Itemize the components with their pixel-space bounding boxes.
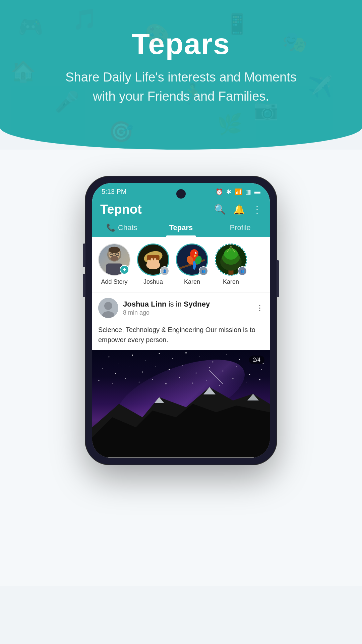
- story-add-label: Add Story: [101, 278, 127, 285]
- tab-tepars-label: Tepars: [169, 223, 193, 232]
- svg-point-35: [104, 302, 112, 310]
- image-counter: 2/4: [249, 356, 264, 364]
- svg-point-66: [112, 383, 113, 384]
- svg-point-42: [145, 360, 146, 361]
- phone-camera-notch: [176, 189, 186, 199]
- svg-point-64: [261, 369, 262, 370]
- svg-point-25: [193, 261, 196, 270]
- story-karen-2[interactable]: 👥 Karen: [214, 244, 248, 285]
- tab-bar: 📞 Chats Tepars Profile: [92, 217, 270, 237]
- post-user-text: Joshua Linn is in Sydney 8 min ago: [123, 300, 210, 316]
- svg-point-46: [199, 357, 200, 357]
- svg-point-41: [132, 355, 133, 356]
- status-time: 5:13 PM: [102, 188, 126, 196]
- post-content: Science, Technology & Engineering Our mi…: [92, 323, 270, 350]
- svg-point-65: [99, 380, 100, 381]
- svg-point-47: [213, 362, 214, 363]
- svg-point-13: [150, 258, 154, 266]
- phone-icon: 📞: [106, 223, 115, 232]
- post-location: Sydney: [184, 300, 210, 308]
- app-header: Tepnot 🔍 🔔 ⋮: [92, 198, 270, 217]
- svg-point-44: [172, 358, 173, 359]
- story-add-avatar-wrap: +: [98, 244, 130, 276]
- alarm-icon: ⏰: [216, 188, 223, 196]
- svg-point-63: [249, 374, 250, 375]
- svg-point-72: [192, 383, 193, 384]
- tab-profile-label: Profile: [230, 223, 251, 232]
- stories-row: + Add Story: [92, 237, 270, 292]
- post-header: Joshua Linn is in Sydney 8 min ago ⋮: [92, 292, 270, 323]
- svg-point-56: [156, 366, 156, 367]
- top-header: 🎮 🎵 🎨 📱 🎭 🏠 ✈️ 🎤 🏃 📷 🎯 🌿 Tepars Share Da…: [0, 0, 362, 150]
- tab-chats-label: Chats: [118, 223, 137, 232]
- app-title: Tepnot: [100, 202, 142, 217]
- volume-down-button: [83, 274, 85, 297]
- app-header-actions: 🔍 🔔 ⋮: [214, 204, 262, 215]
- battery-icon: ▬: [254, 188, 260, 195]
- story-joshua[interactable]: 👤 Joshua: [136, 244, 170, 285]
- post-user-info: Joshua Linn is in Sydney 8 min ago: [98, 298, 210, 318]
- svg-point-59: [196, 373, 197, 374]
- page-background: 5:13 PM ⏰ ✱ 📶 ▥ ▬ Tepnot 🔍 🔔 ⋮: [0, 150, 362, 586]
- tab-tepars[interactable]: Tepars: [152, 219, 211, 237]
- search-icon[interactable]: 🔍: [214, 204, 226, 215]
- svg-point-57: [169, 369, 170, 370]
- svg-point-24: [196, 252, 197, 253]
- svg-point-60: [209, 367, 210, 368]
- svg-point-43: [159, 353, 160, 354]
- svg-point-74: [219, 385, 220, 386]
- svg-point-70: [165, 383, 167, 384]
- status-icons: ⏰ ✱ 📶 ▥ ▬: [216, 188, 260, 196]
- svg-point-77: [259, 379, 260, 380]
- svg-point-15: [156, 260, 159, 266]
- story-karen2-badge: 👥: [238, 266, 247, 276]
- svg-point-75: [233, 378, 234, 379]
- post-card: Joshua Linn is in Sydney 8 min ago ⋮ Sci…: [92, 292, 270, 458]
- post-time: 8 min ago: [123, 309, 210, 316]
- app-brand-subtitle: Share Daily Life's interests and Moments…: [64, 68, 298, 106]
- story-add[interactable]: + Add Story: [98, 244, 131, 285]
- story-karen1-badge: 👥: [199, 266, 208, 276]
- story-joshua-label: Joshua: [143, 278, 163, 285]
- svg-point-71: [179, 377, 180, 378]
- svg-point-45: [185, 352, 187, 354]
- volume-up-button: [83, 244, 85, 267]
- post-avatar: [98, 298, 118, 318]
- svg-point-40: [119, 363, 119, 364]
- app-brand-title: Tepars: [13, 27, 349, 61]
- svg-point-52: [102, 368, 103, 369]
- svg-point-61: [223, 371, 224, 372]
- post-more-icon[interactable]: ⋮: [256, 303, 264, 313]
- add-story-plus-badge: +: [120, 265, 129, 274]
- bluetooth-icon: ✱: [226, 188, 231, 196]
- post-user-name-bold: Joshua Linn: [123, 300, 167, 308]
- story-karen2-avatar-wrap: 👥: [215, 244, 247, 276]
- post-user-name: Joshua Linn is in Sydney: [123, 300, 210, 309]
- svg-point-73: [206, 380, 206, 381]
- power-button: [277, 260, 279, 297]
- phone-screen: 5:13 PM ⏰ ✱ 📶 ▥ ▬ Tepnot 🔍 🔔 ⋮: [92, 183, 270, 458]
- wifi-icon: 📶: [235, 188, 242, 196]
- svg-rect-10: [147, 255, 160, 260]
- story-karen2-label: Karen: [223, 278, 239, 285]
- tab-profile[interactable]: Profile: [210, 219, 270, 237]
- svg-point-67: [125, 378, 126, 379]
- story-karen-1[interactable]: 👥 Karen: [175, 244, 209, 285]
- story-karen1-avatar-wrap: 👥: [176, 244, 208, 276]
- notification-icon[interactable]: 🔔: [233, 204, 245, 215]
- tab-chats[interactable]: 📞 Chats: [92, 219, 152, 237]
- more-options-icon[interactable]: ⋮: [252, 204, 262, 215]
- svg-point-49: [239, 359, 240, 360]
- story-karen1-label: Karen: [184, 278, 200, 285]
- svg-point-4: [109, 247, 120, 253]
- story-joshua-avatar-wrap: 👤: [137, 244, 169, 276]
- svg-point-3: [111, 256, 118, 261]
- svg-point-69: [152, 379, 153, 380]
- svg-point-48: [226, 354, 227, 355]
- post-image: 2/4: [92, 350, 270, 458]
- svg-point-55: [142, 372, 143, 373]
- svg-point-39: [109, 357, 110, 358]
- svg-point-58: [182, 365, 183, 366]
- svg-point-68: [139, 382, 140, 383]
- signal-icon: ▥: [245, 188, 251, 196]
